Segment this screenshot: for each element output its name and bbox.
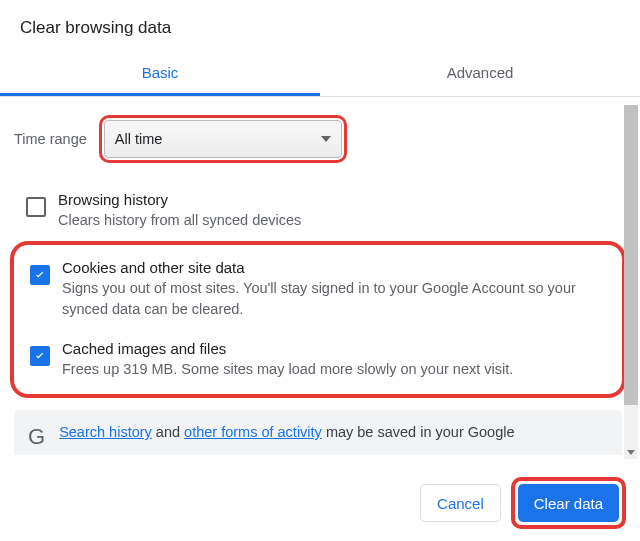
item-title: Browsing history bbox=[58, 191, 622, 208]
time-range-select[interactable]: All time bbox=[104, 120, 342, 158]
scrollbar-thumb[interactable] bbox=[624, 105, 638, 405]
annotation-box-clear-data: Clear data bbox=[511, 477, 626, 529]
item-browsing-history: Browsing history Clears history from all… bbox=[14, 181, 622, 241]
tab-advanced[interactable]: Advanced bbox=[320, 50, 640, 96]
item-title: Cached images and files bbox=[62, 340, 618, 357]
items-list: Browsing history Clears history from all… bbox=[14, 181, 622, 455]
notice-tail: may be saved in your Google bbox=[322, 424, 515, 440]
chevron-down-icon bbox=[321, 136, 331, 142]
dialog-title: Clear browsing data bbox=[0, 0, 640, 50]
link-search-history[interactable]: Search history bbox=[59, 424, 152, 440]
scroll-area: Time range All time Browsing history Cle… bbox=[0, 97, 640, 455]
tabs: Basic Advanced bbox=[0, 50, 640, 97]
dialog-footer: Cancel Clear data bbox=[420, 477, 626, 529]
clear-data-button[interactable]: Clear data bbox=[518, 484, 619, 522]
google-activity-notice: G Search history and other forms of acti… bbox=[14, 410, 622, 455]
item-desc: Clears history from all synced devices bbox=[58, 210, 622, 231]
item-cookies: Cookies and other site data Signs you ou… bbox=[18, 249, 618, 330]
annotation-box-time-range: All time bbox=[99, 115, 347, 163]
item-desc: Frees up 319 MB. Some sites may load mor… bbox=[62, 359, 618, 380]
notice-text: Search history and other forms of activi… bbox=[59, 424, 514, 440]
checkbox-cookies[interactable] bbox=[30, 265, 50, 285]
link-other-activity[interactable]: other forms of activity bbox=[184, 424, 322, 440]
tab-basic[interactable]: Basic bbox=[0, 50, 320, 96]
item-desc: Signs you out of most sites. You'll stay… bbox=[62, 278, 618, 320]
google-logo-icon: G bbox=[28, 424, 45, 450]
item-cache: Cached images and files Frees up 319 MB.… bbox=[18, 330, 618, 390]
scrollbar[interactable] bbox=[624, 105, 638, 459]
annotation-box-items: Cookies and other site data Signs you ou… bbox=[10, 241, 626, 398]
notice-mid: and bbox=[152, 424, 184, 440]
scrollbar-arrow-down-icon[interactable] bbox=[627, 450, 635, 455]
item-title: Cookies and other site data bbox=[62, 259, 618, 276]
checkbox-browsing-history[interactable] bbox=[26, 197, 46, 217]
time-range-label: Time range bbox=[14, 131, 87, 147]
tab-content-basic: Time range All time Browsing history Cle… bbox=[0, 97, 640, 455]
time-range-row: Time range All time bbox=[14, 115, 622, 163]
time-range-value: All time bbox=[115, 131, 163, 147]
checkbox-cache[interactable] bbox=[30, 346, 50, 366]
cancel-button[interactable]: Cancel bbox=[420, 484, 501, 522]
